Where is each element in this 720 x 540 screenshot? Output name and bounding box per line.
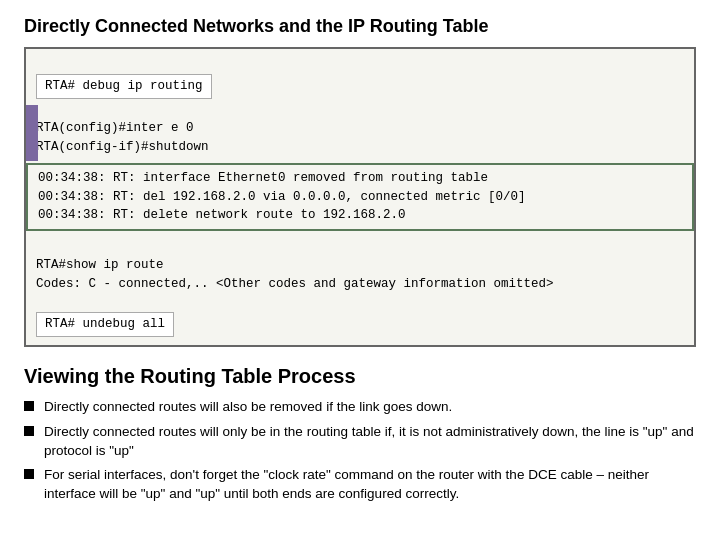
rt-output: 00:34:38: RT: interface Ethernet0 remove… <box>26 163 694 231</box>
bullet-text-3: For serial interfaces, don't forget the … <box>44 466 696 504</box>
bullet-list: Directly connected routes will also be r… <box>24 398 696 504</box>
terminal-line3: RTA#show ip route <box>36 258 164 272</box>
page-title: Directly Connected Networks and the IP R… <box>24 16 696 37</box>
purple-accent-bar <box>26 105 38 161</box>
terminal-line1: RTA(config)#inter e 0 <box>36 121 194 135</box>
terminal-line4: Codes: C - connected,.. <Other codes and… <box>36 277 554 291</box>
terminal-content2: RTA#show ip route Codes: C - connected,.… <box>26 231 694 345</box>
cmd-box-2: RTA# undebug all <box>36 312 174 337</box>
list-item: Directly connected routes will also be r… <box>24 398 696 417</box>
rt-line3: 00:34:38: RT: delete network route to 19… <box>38 208 406 222</box>
rt-line1: 00:34:38: RT: interface Ethernet0 remove… <box>38 171 488 185</box>
bullet-icon <box>24 401 34 411</box>
bullet-icon <box>24 469 34 479</box>
cmd-box-1: RTA# debug ip routing <box>36 74 212 99</box>
bullet-text-2: Directly connected routes will only be i… <box>44 423 696 461</box>
terminal-content: RTA# debug ip routing RTA(config)#inter … <box>26 49 694 163</box>
terminal-panel: RTA# debug ip routing RTA(config)#inter … <box>24 47 696 347</box>
list-item: Directly connected routes will only be i… <box>24 423 696 461</box>
section-title: Viewing the Routing Table Process <box>24 365 696 388</box>
rt-line2: 00:34:38: RT: del 192.168.2.0 via 0.0.0.… <box>38 190 526 204</box>
bullet-text-1: Directly connected routes will also be r… <box>44 398 452 417</box>
bullet-icon <box>24 426 34 436</box>
terminal-line2: RTA(config-if)#shutdown <box>36 140 209 154</box>
list-item: For serial interfaces, don't forget the … <box>24 466 696 504</box>
